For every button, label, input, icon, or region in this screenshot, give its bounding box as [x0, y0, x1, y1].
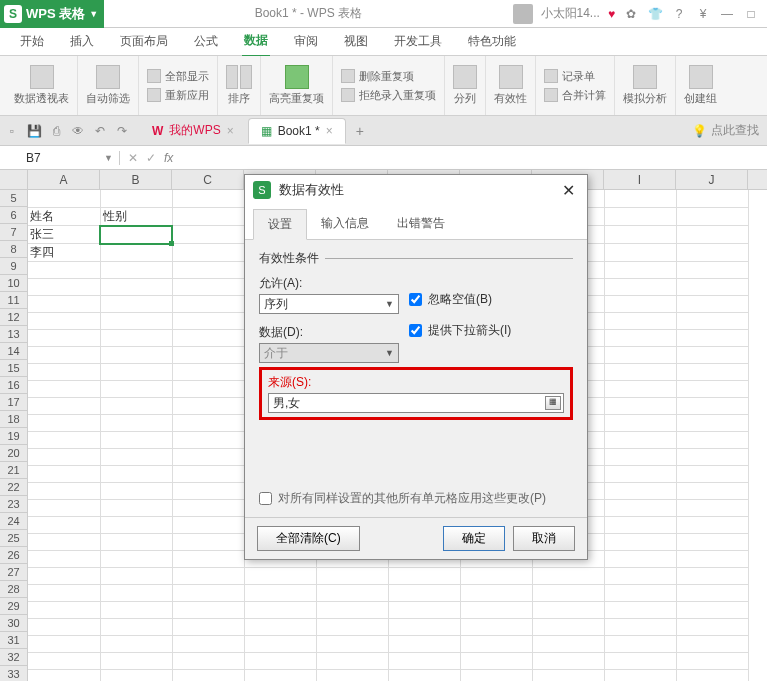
dropdown-input[interactable] — [409, 324, 422, 337]
cell-I29[interactable] — [604, 602, 676, 619]
cell-F28[interactable] — [388, 585, 460, 602]
maximize-icon[interactable]: □ — [743, 6, 759, 22]
cell-E31[interactable] — [316, 636, 388, 653]
cell-I31[interactable] — [604, 636, 676, 653]
close-icon[interactable]: × — [326, 124, 333, 138]
fx-icon[interactable]: fx — [164, 151, 173, 165]
ignore-blank-checkbox[interactable]: 忽略空值(B) — [409, 291, 511, 308]
tab-dev[interactable]: 开发工具 — [392, 27, 444, 56]
cell-I24[interactable] — [604, 517, 676, 534]
cell-A17[interactable] — [28, 398, 100, 415]
col-header-I[interactable]: I — [604, 170, 676, 189]
cell-I10[interactable] — [604, 279, 676, 296]
row-header-26[interactable]: 26 — [0, 547, 28, 564]
name-box[interactable]: B7 ▼ — [20, 151, 120, 165]
row-header-16[interactable]: 16 — [0, 377, 28, 394]
cell-I28[interactable] — [604, 585, 676, 602]
source-input[interactable]: 男,女 ▦ — [268, 393, 564, 413]
bill-icon[interactable]: ¥ — [695, 6, 711, 22]
search-tip[interactable]: 💡 点此查找 — [692, 122, 763, 139]
cell-A33[interactable] — [28, 670, 100, 682]
cancel-formula-icon[interactable]: ✕ — [128, 151, 138, 165]
cell-C33[interactable] — [172, 670, 244, 682]
apply-all-input[interactable] — [259, 492, 272, 505]
cell-D29[interactable] — [244, 602, 316, 619]
tab-data[interactable]: 数据 — [242, 26, 270, 57]
row-header-22[interactable]: 22 — [0, 479, 28, 496]
cell-J21[interactable] — [676, 466, 748, 483]
cell-J22[interactable] — [676, 483, 748, 500]
save-icon[interactable]: 💾 — [26, 123, 42, 139]
cell-F27[interactable] — [388, 568, 460, 585]
cell-F29[interactable] — [388, 602, 460, 619]
cell-B6[interactable]: 性别 — [100, 207, 172, 226]
cell-B9[interactable] — [100, 262, 172, 279]
cell-C11[interactable] — [172, 296, 244, 313]
cell-I13[interactable] — [604, 330, 676, 347]
dialog-titlebar[interactable]: S 数据有效性 ✕ — [245, 175, 587, 205]
tab-view[interactable]: 视图 — [342, 27, 370, 56]
cell-A8[interactable]: 李四 — [28, 244, 100, 262]
preview-icon[interactable]: 👁 — [70, 123, 86, 139]
cell-J10[interactable] — [676, 279, 748, 296]
cell-A21[interactable] — [28, 466, 100, 483]
cell-J31[interactable] — [676, 636, 748, 653]
cell-J18[interactable] — [676, 415, 748, 432]
cell-A23[interactable] — [28, 500, 100, 517]
cell-H28[interactable] — [532, 585, 604, 602]
cell-B13[interactable] — [100, 330, 172, 347]
dropdown-checkbox[interactable]: 提供下拉箭头(I) — [409, 322, 511, 339]
cell-D30[interactable] — [244, 619, 316, 636]
cell-F30[interactable] — [388, 619, 460, 636]
cell-I32[interactable] — [604, 653, 676, 670]
cell-H29[interactable] — [532, 602, 604, 619]
cell-B22[interactable] — [100, 483, 172, 500]
cell-G30[interactable] — [460, 619, 532, 636]
cell-A20[interactable] — [28, 449, 100, 466]
cell-C8[interactable] — [172, 244, 244, 262]
cell-B24[interactable] — [100, 517, 172, 534]
col-header-B[interactable]: B — [100, 170, 172, 189]
doc-tab-book1[interactable]: ▦ Book1 * × — [248, 118, 346, 144]
cell-B14[interactable] — [100, 347, 172, 364]
cell-G27[interactable] — [460, 568, 532, 585]
row-header-23[interactable]: 23 — [0, 496, 28, 513]
cell-C23[interactable] — [172, 500, 244, 517]
cell-C6[interactable] — [172, 207, 244, 226]
cell-J15[interactable] — [676, 364, 748, 381]
cell-C20[interactable] — [172, 449, 244, 466]
cell-I8[interactable] — [604, 244, 676, 262]
cell-B29[interactable] — [100, 602, 172, 619]
clear-all-button[interactable]: 全部清除(C) — [257, 526, 360, 551]
cell-J16[interactable] — [676, 381, 748, 398]
cell-F33[interactable] — [388, 670, 460, 682]
minimize-icon[interactable]: — — [719, 6, 735, 22]
cell-B7[interactable] — [100, 226, 172, 244]
row-header-20[interactable]: 20 — [0, 445, 28, 462]
cell-C9[interactable] — [172, 262, 244, 279]
cell-B20[interactable] — [100, 449, 172, 466]
cell-H27[interactable] — [532, 568, 604, 585]
cell-B33[interactable] — [100, 670, 172, 682]
whatif-button[interactable]: 模拟分析 — [615, 56, 676, 115]
cell-J24[interactable] — [676, 517, 748, 534]
cell-I14[interactable] — [604, 347, 676, 364]
cell-B5[interactable] — [100, 190, 172, 207]
row-header-6[interactable]: 6 — [0, 207, 28, 224]
row-header-27[interactable]: 27 — [0, 564, 28, 581]
cell-A7[interactable]: 张三 — [28, 226, 100, 244]
cell-A22[interactable] — [28, 483, 100, 500]
cell-C32[interactable] — [172, 653, 244, 670]
cell-A31[interactable] — [28, 636, 100, 653]
new-icon[interactable]: ▫ — [4, 123, 20, 139]
print-icon[interactable]: ⎙ — [48, 123, 64, 139]
cell-A27[interactable] — [28, 568, 100, 585]
col-header-C[interactable]: C — [172, 170, 244, 189]
cell-J28[interactable] — [676, 585, 748, 602]
shirt-icon[interactable]: 👕 — [647, 6, 663, 22]
tab-feature[interactable]: 特色功能 — [466, 27, 518, 56]
cell-J8[interactable] — [676, 244, 748, 262]
cell-B23[interactable] — [100, 500, 172, 517]
wps-home-tab[interactable]: W 我的WPS × — [140, 118, 246, 144]
close-icon[interactable]: × — [227, 124, 234, 138]
